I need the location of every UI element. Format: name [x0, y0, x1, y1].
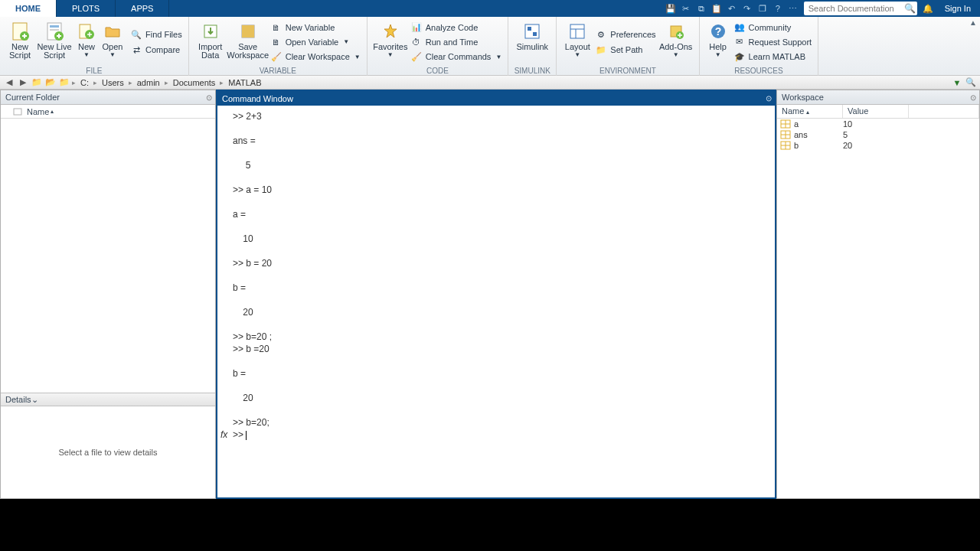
forward-icon[interactable]: ▶	[17, 77, 29, 89]
group-label-file: FILE	[0, 67, 188, 75]
group-label-resources: RESOURCES	[700, 67, 818, 75]
command-line	[217, 318, 775, 331]
workspace-row[interactable]: a10	[777, 119, 979, 129]
command-line: >> a = 10	[217, 184, 775, 196]
address-bar: ◀ ▶ 📁 📂 📁 ▸ C:▸ Users▸ admin▸ Documents▸…	[0, 76, 980, 90]
workspace-body[interactable]: a10ans5b20	[777, 119, 979, 151]
undo-icon[interactable]: ↶	[724, 0, 740, 17]
command-line	[217, 147, 775, 159]
command-line: ans =	[217, 135, 775, 147]
search-icon[interactable]: 🔍	[903, 3, 917, 14]
svg-rect-4	[50, 29, 59, 31]
var-value: 10	[843, 119, 852, 129]
title-tabbar: HOME PLOTS APPS 💾 ✂ ⧉ 📋 ↶ ↷ ❐ ? ⋯ 🔍 🔔 Si…	[0, 0, 980, 17]
save-icon[interactable]: 💾	[663, 0, 678, 17]
addr-search-icon[interactable]: 🔍	[965, 77, 977, 89]
workspace-row[interactable]: b20	[777, 140, 979, 151]
var-value: 5	[843, 130, 848, 139]
breadcrumb[interactable]: MATLAB	[225, 78, 264, 87]
new-script-button[interactable]: New Script	[5, 20, 35, 64]
panel-menu-icon[interactable]: ⊙	[970, 93, 976, 102]
redo-icon[interactable]: ↷	[740, 0, 755, 17]
command-line	[217, 171, 775, 184]
panel-menu-icon[interactable]: ⊙	[766, 94, 772, 103]
command-line	[217, 404, 775, 416]
search-documentation: 🔍	[804, 2, 917, 15]
clear-commands-button[interactable]: 🧹Clear Commands▼	[409, 50, 504, 64]
details-empty-message: Select a file to view details	[1, 406, 215, 498]
details-header[interactable]: Details⌄	[1, 393, 215, 406]
command-line: >> b =20	[217, 343, 775, 355]
tab-plots[interactable]: PLOTS	[57, 0, 116, 17]
new-button[interactable]: New▼	[74, 20, 100, 64]
bell-icon[interactable]: 🔔	[920, 0, 936, 17]
folder-column-header[interactable]: Name▴	[1, 105, 215, 119]
breadcrumb[interactable]: admin	[134, 78, 163, 87]
new-variable-button[interactable]: 🗎New Variable	[269, 20, 362, 34]
command-line: b =	[217, 282, 775, 294]
clear-workspace-button[interactable]: 🧹Clear Workspace▼	[269, 50, 362, 64]
set-path-button[interactable]: 📁Set Path	[593, 42, 657, 57]
command-line: >> b=20;	[217, 416, 775, 429]
import-data-button[interactable]: Import Data	[194, 20, 227, 64]
layout-button[interactable]: Layout▼	[561, 20, 593, 64]
panel-menu-icon[interactable]: ⊙	[206, 93, 212, 102]
more-icon[interactable]: ⋯	[786, 0, 801, 17]
help-icon[interactable]: ?	[770, 0, 786, 17]
command-line	[217, 380, 775, 392]
breadcrumb[interactable]: C:	[77, 78, 92, 87]
compare-button[interactable]: ⇄Compare	[129, 42, 184, 57]
command-line	[217, 294, 775, 306]
new-live-script-button[interactable]: New Live Script	[35, 20, 74, 64]
svg-rect-3	[50, 25, 59, 28]
paste-icon[interactable]: 📋	[709, 0, 724, 17]
svg-rect-12	[528, 27, 531, 31]
tab-apps[interactable]: APPS	[116, 0, 169, 17]
command-prompt[interactable]: fx>>	[217, 429, 775, 441]
workspace-header[interactable]: Name ▴ Value	[777, 105, 979, 119]
save-workspace-button[interactable]: Save Workspace	[227, 20, 269, 64]
ribbon-toolbar: ▲ New Script New Live Script New▼ Open▼ …	[0, 17, 980, 76]
fx-icon[interactable]: fx	[220, 429, 227, 441]
simulink-button[interactable]: Simulink	[513, 20, 551, 64]
browse-icon[interactable]: 📂	[44, 77, 57, 89]
tab-home[interactable]: HOME	[0, 0, 57, 17]
cut-icon[interactable]: ✂	[678, 0, 694, 17]
request-support-button[interactable]: ✉Request Support	[732, 34, 814, 49]
command-line	[217, 196, 775, 208]
command-line: >> b = 20	[217, 257, 775, 269]
analyze-code-button[interactable]: 📊Analyze Code	[409, 20, 504, 34]
var-name: b	[794, 141, 843, 150]
addons-button[interactable]: Add-Ons▼	[658, 20, 694, 64]
open-button[interactable]: Open▼	[100, 20, 126, 64]
file-list[interactable]	[1, 119, 215, 393]
variable-icon	[780, 119, 792, 129]
run-and-time-button[interactable]: ⏱Run and Time	[409, 34, 504, 49]
var-value: 20	[843, 141, 852, 150]
open-variable-button[interactable]: 🗎Open Variable▼	[269, 34, 362, 49]
preferences-button[interactable]: ⚙Preferences	[593, 27, 657, 42]
ribbon-collapse-icon[interactable]: ▲	[969, 18, 977, 27]
search-input[interactable]	[804, 2, 903, 15]
find-files-button[interactable]: 🔍Find Files	[129, 27, 184, 42]
sign-in-link[interactable]: Sign In	[936, 0, 980, 17]
favorites-button[interactable]: Favorites▼	[372, 20, 409, 64]
help-button[interactable]: ?Help▼	[704, 20, 732, 64]
command-window-body[interactable]: >> 2+3 ans = 5 >> a = 10 a = 10 >> b = 2…	[217, 106, 775, 497]
back-icon[interactable]: ◀	[3, 77, 15, 89]
current-folder-panel: Current Folder⊙ Name▴ Details⌄ Select a …	[0, 90, 216, 499]
breadcrumb[interactable]: Users	[99, 78, 127, 87]
copy-icon[interactable]: ⧉	[694, 0, 709, 17]
addr-dropdown-icon[interactable]: ▼	[951, 77, 963, 89]
learn-matlab-button[interactable]: 🎓Learn MATLAB	[732, 50, 814, 64]
up-folder-icon[interactable]: 📁	[31, 77, 43, 89]
breadcrumb[interactable]: Documents	[170, 78, 219, 87]
command-line: >> 2+3	[217, 110, 775, 122]
var-name: a	[794, 119, 843, 129]
community-button[interactable]: 👥Community	[732, 20, 814, 34]
group-label-simulink: SIMULINK	[508, 67, 556, 75]
workspace-row[interactable]: ans5	[777, 129, 979, 140]
group-label-variable: VARIABLE	[189, 67, 367, 75]
dock-icon[interactable]: ❐	[755, 0, 770, 17]
command-line	[217, 220, 775, 233]
